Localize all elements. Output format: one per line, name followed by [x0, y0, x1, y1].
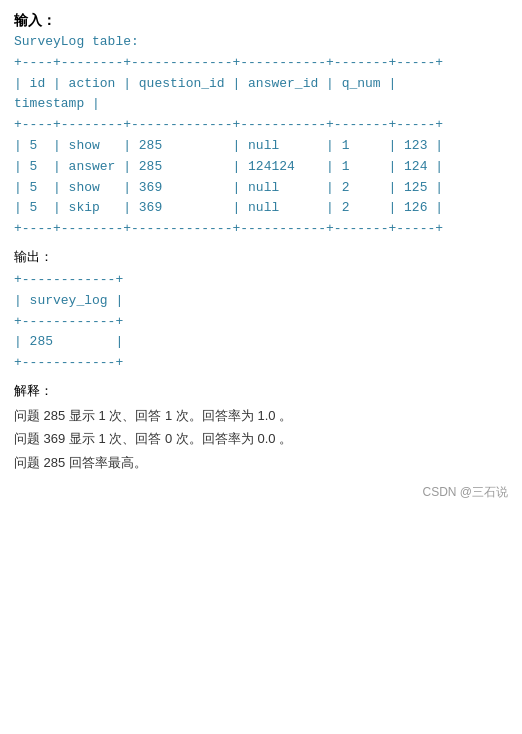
explanation-line-2: 问题 369 显示 1 次、回答 0 次。回答率为 0.0 。	[14, 427, 508, 450]
explanation-block: 问题 285 显示 1 次、回答 1 次。回答率为 1.0 。 问题 369 显…	[14, 404, 508, 474]
input-table: +----+--------+-------------+-----------…	[14, 53, 508, 240]
explanation-line-1: 问题 285 显示 1 次、回答 1 次。回答率为 1.0 。	[14, 404, 508, 427]
explanation-label: 解释：	[14, 382, 508, 400]
watermark: CSDN @三石说	[14, 484, 508, 501]
input-label: 输入：	[14, 12, 508, 30]
explanation-line-3: 问题 285 回答率最高。	[14, 451, 508, 474]
table-name: SurveyLog table:	[14, 32, 508, 53]
output-table: +------------+ | survey_log | +---------…	[14, 270, 508, 374]
output-label: 输出：	[14, 248, 508, 266]
